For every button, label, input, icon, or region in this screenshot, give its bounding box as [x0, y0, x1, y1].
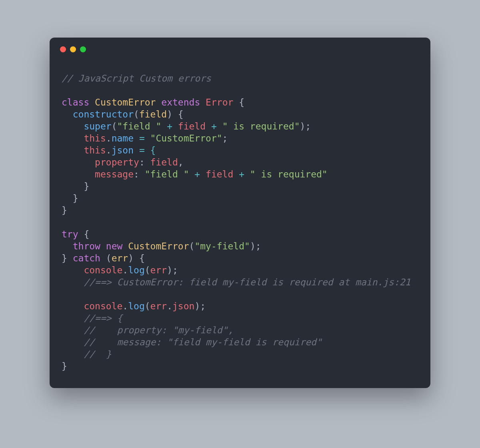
close-icon[interactable] — [60, 46, 66, 52]
code-comment: //==> CustomError: field my-field is req… — [84, 277, 410, 287]
code-type: Error — [206, 97, 233, 108]
maximize-icon[interactable] — [80, 46, 86, 52]
code-keyword: throw — [73, 241, 100, 251]
code-property: name — [112, 133, 134, 143]
code-property: property — [95, 157, 139, 167]
code-punct: ( — [145, 265, 150, 275]
code-punct: } — [62, 205, 67, 215]
code-keyword: new — [106, 241, 123, 251]
code-operator: + — [206, 121, 222, 131]
code-variable: field — [206, 169, 233, 179]
code-punct: . — [106, 145, 112, 155]
code-punct: { — [78, 229, 90, 239]
code-editor: // JavaScript Custom errors class Custom… — [50, 52, 430, 372]
code-punct: ( — [189, 241, 195, 251]
code-punct: ( — [134, 109, 139, 119]
code-string: " is required" — [250, 169, 328, 179]
code-punct: ); — [194, 301, 206, 311]
code-variable: err — [150, 301, 167, 311]
code-variable: err — [150, 265, 167, 275]
code-string: "CustomError" — [150, 133, 222, 143]
code-punct: ) { — [128, 253, 145, 263]
code-punct: } — [84, 181, 89, 191]
code-punct: : — [139, 157, 150, 167]
code-param: field — [139, 109, 167, 119]
code-string: " is required" — [222, 121, 300, 131]
code-punct: ; — [222, 133, 228, 143]
code-punct: } — [62, 253, 73, 263]
code-punct: . — [106, 133, 112, 143]
code-keyword: extends — [161, 97, 200, 108]
code-operator: + — [161, 121, 178, 131]
code-function: log — [128, 301, 145, 311]
code-comment: //==> { — [84, 313, 122, 323]
code-keyword: class — [62, 97, 89, 108]
code-param: err — [112, 253, 128, 263]
code-operator: + — [233, 169, 250, 179]
code-keyword: try — [62, 229, 78, 239]
code-comment: // JavaScript Custom errors — [62, 73, 211, 84]
code-punct: } — [62, 361, 67, 371]
code-punct: ( — [112, 121, 117, 131]
code-window: // JavaScript Custom errors class Custom… — [50, 38, 430, 388]
code-keyword: this — [84, 133, 106, 143]
code-string: "field " — [145, 169, 189, 179]
code-string: "field " — [117, 121, 162, 131]
code-punct: ( — [100, 253, 112, 263]
code-punct: ); — [300, 121, 311, 131]
code-keyword: catch — [73, 253, 100, 263]
code-punct: . — [122, 265, 128, 275]
code-variable: field — [150, 157, 178, 167]
code-punct: . — [122, 301, 128, 311]
code-punct: } — [73, 193, 78, 203]
code-punct: ); — [167, 265, 178, 275]
code-punct: , — [178, 157, 184, 167]
code-object: console — [84, 301, 122, 311]
code-function: log — [128, 265, 145, 275]
code-operator: + — [189, 169, 206, 179]
code-punct: ( — [145, 301, 150, 311]
code-variable: field — [178, 121, 206, 131]
code-string: "my-field" — [194, 241, 250, 251]
code-operator: = — [134, 133, 150, 143]
code-property: message — [95, 169, 134, 179]
code-comment: // message: "field my-field is required" — [84, 337, 322, 347]
code-punct: ) { — [167, 109, 184, 119]
code-classname: CustomError — [128, 241, 189, 251]
code-object: console — [84, 265, 122, 275]
code-punct: { — [233, 97, 244, 108]
titlebar — [50, 38, 430, 52]
code-comment: // property: "my-field", — [84, 325, 233, 335]
code-comment: // } — [84, 349, 111, 359]
code-keyword: this — [84, 145, 106, 155]
code-property: json — [112, 145, 134, 155]
code-property: json — [172, 301, 194, 311]
code-punct: . — [167, 301, 172, 311]
code-function: constructor — [73, 109, 134, 119]
minimize-icon[interactable] — [70, 46, 76, 52]
code-punct: : — [134, 169, 145, 179]
code-operator: = { — [134, 145, 156, 155]
code-function: super — [84, 121, 111, 131]
code-punct: ); — [250, 241, 261, 251]
code-classname: CustomError — [95, 97, 156, 108]
